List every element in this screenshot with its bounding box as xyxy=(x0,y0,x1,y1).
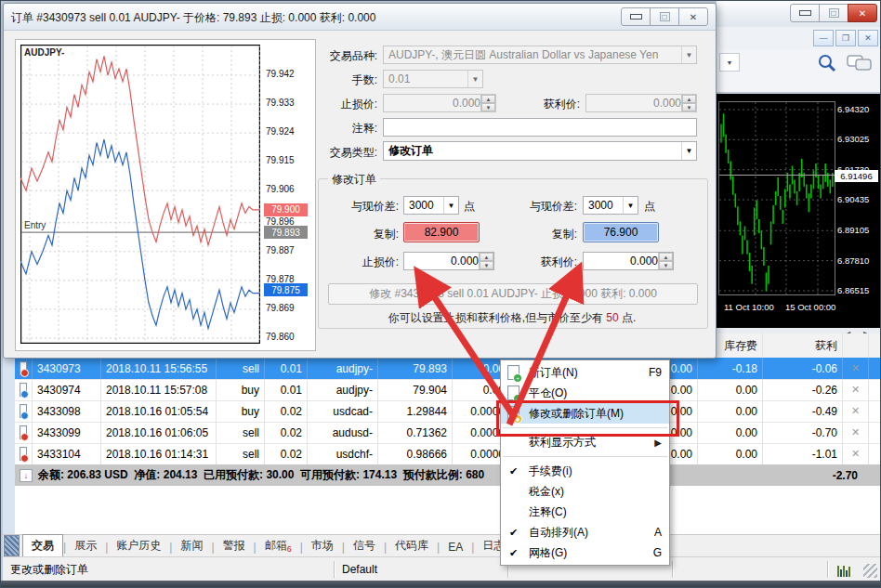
tab-警报[interactable]: 警报 xyxy=(215,535,254,557)
menu-item[interactable]: ✔手续费(i) xyxy=(501,461,669,481)
stoploss-spinner[interactable]: 0.000 ▲▼ xyxy=(383,94,496,112)
cell-x[interactable]: ✕ xyxy=(843,422,869,443)
spinner-buttons[interactable]: ▲▼ xyxy=(681,95,696,111)
status-profile[interactable]: Default xyxy=(335,561,508,578)
cell-price: 79.904 xyxy=(378,379,453,400)
copy-tp-button[interactable]: 76.900 xyxy=(583,222,659,242)
symbol-select[interactable]: AUDJPY-, 澳元日圆 Australian Dollar vs Japan… xyxy=(383,46,697,64)
restore-icon: ❐ xyxy=(842,33,849,43)
table-row[interactable]: 34331042018.10.16 01:14:31sell0.02usdchf… xyxy=(15,443,880,465)
spin-up-icon: ▲ xyxy=(682,95,696,103)
table-row[interactable]: 34309742018.10.11 15:57:08buy0.01audjpy-… xyxy=(15,379,880,401)
symbol-label: 交易品种: xyxy=(247,48,377,64)
main-close-button[interactable]: ✕ xyxy=(848,4,877,22)
main-maximize-button[interactable] xyxy=(819,4,848,22)
close-order-icon[interactable]: ✕ xyxy=(851,448,860,460)
menu-shortcut: G xyxy=(644,546,662,559)
tab-代码库[interactable]: 代码库 xyxy=(387,535,437,557)
table-row[interactable]: 34330982018.10.16 01:05:54buy0.02usdcad-… xyxy=(15,400,880,423)
tab-新闻[interactable]: 新闻 xyxy=(172,535,211,557)
chart-minimize-button[interactable]: — xyxy=(813,30,834,46)
menu-item[interactable]: ✔自动排列(A)A xyxy=(501,522,669,542)
spin-down-icon: ▼ xyxy=(480,261,493,269)
main-minimize-button[interactable] xyxy=(790,4,820,22)
chat-bubbles-icon[interactable] xyxy=(847,54,874,72)
order-doc-icon xyxy=(20,404,27,418)
entry-price-badge: 79.893 xyxy=(264,226,308,239)
price-axis-label: 6.86515 xyxy=(837,285,880,295)
copy-sl-button[interactable]: 82.900 xyxy=(403,222,480,242)
diff-select-right[interactable]: 3000▼ xyxy=(583,196,638,215)
dialog-minimize-button[interactable] xyxy=(621,7,651,26)
diff-label-left: 与现价差: xyxy=(326,199,399,215)
close-order-icon[interactable]: ✕ xyxy=(851,362,860,374)
menu-item[interactable]: ✔网格(G)G xyxy=(501,542,669,563)
window-bottom-edge xyxy=(1,581,881,588)
spinner-buttons[interactable]: ▲▼ xyxy=(479,253,493,269)
menu-item[interactable]: 注释(C) xyxy=(501,502,669,522)
volume-label: 手数: xyxy=(247,72,377,88)
terminal-panel-icon[interactable] xyxy=(4,535,20,556)
tab-邮箱[interactable]: 邮箱6 xyxy=(256,535,300,557)
market-chart-panel[interactable]: 6.943206.930256.917306.904356.891056.878… xyxy=(717,94,880,328)
cell-time: 2018.10.16 01:05:54 xyxy=(101,400,217,422)
cell-type: buy xyxy=(217,400,265,422)
cell-x[interactable]: ✕ xyxy=(843,379,869,400)
tab-EA[interactable]: EA xyxy=(440,538,471,557)
zoom-icon[interactable] xyxy=(817,53,837,73)
close-order-icon[interactable]: ✕ xyxy=(851,384,860,396)
tab-交易[interactable]: 交易 xyxy=(22,534,63,558)
resize-grip[interactable] xyxy=(863,564,877,578)
menu-item[interactable]: +新订单(N)F9 xyxy=(501,362,669,383)
modify-order-button[interactable]: 修改 #3430973 sell 0.01 AUDJPY- 止损: 0.000 … xyxy=(328,283,698,305)
terminal-tabbar: 交易|展示|账户历史|新闻|警报|邮箱6|市场|信号|代码库|EA|日志 xyxy=(3,534,880,557)
menu-item[interactable]: 税金(x) xyxy=(501,481,669,502)
tp-price-spinner[interactable]: 0.000 ▲▼ xyxy=(583,252,674,270)
tab-账户历史[interactable]: 账户历史 xyxy=(108,535,169,557)
price-axis-label: 6.89105 xyxy=(837,225,880,235)
cell-volume: 0.01 xyxy=(265,379,308,400)
takeprofit-spinner[interactable]: 0.000 ▲▼ xyxy=(585,94,697,112)
cell-swap: 0.00 xyxy=(698,400,763,422)
menu-separator xyxy=(503,456,667,457)
close-order-icon[interactable]: ✕ xyxy=(851,405,860,417)
order-doc-icon xyxy=(20,425,27,439)
column-header[interactable] xyxy=(843,333,869,358)
stoploss-label: 止损价: xyxy=(247,97,377,112)
menu-shortcut: A xyxy=(645,526,662,539)
price-axis-label: 6.93025 xyxy=(837,134,880,144)
order-type-select[interactable]: 修改订单▼ xyxy=(383,141,697,161)
volume-select[interactable]: 0.01▼ xyxy=(383,70,483,88)
toolbar-overflow-button[interactable]: ▼ xyxy=(719,53,740,72)
current-price-badge: 6.91496 xyxy=(835,170,878,182)
tab-展示[interactable]: 展示 xyxy=(66,535,105,557)
column-header[interactable]: 获利 xyxy=(763,333,843,358)
cell-x[interactable]: ✕ xyxy=(843,358,869,379)
price-axis-label: 79.887 xyxy=(266,245,312,255)
cell-order: 3430974 xyxy=(33,379,101,400)
cell-x[interactable]: ✕ xyxy=(843,400,869,422)
chart-restore-button[interactable]: ❐ xyxy=(835,30,856,46)
tab-市场[interactable]: 市场 xyxy=(303,535,342,557)
table-row[interactable]: 34330992018.10.16 01:06:05sell0.02audusd… xyxy=(15,422,880,444)
cell-x[interactable]: ✕ xyxy=(843,443,869,464)
summary-row: ↓余额: 206.83 USD 净值: 204.13 已用预付款: 30.00 … xyxy=(15,464,880,486)
chevron-down-icon: ▼ xyxy=(681,46,696,63)
points-label-right: 点 xyxy=(644,199,666,215)
cell-time: 2018.10.11 15:56:55 xyxy=(101,358,217,379)
dialog-titlebar[interactable]: 订单 #3430973 sell 0.01 AUDJPY- 于价格: 79.89… xyxy=(4,4,716,31)
spin-up-icon: ▲ xyxy=(480,253,493,261)
table-row[interactable]: 34309732018.10.11 15:56:55sell0.01audjpy… xyxy=(15,358,880,380)
spinner-buttons[interactable]: ▲▼ xyxy=(480,95,495,111)
diff-select-left[interactable]: 3000▼ xyxy=(403,196,459,215)
cell-profit: -1.01 xyxy=(763,443,843,464)
chart-close-button[interactable]: ✕ xyxy=(858,30,878,46)
order-doc-icon xyxy=(20,361,27,375)
sl-price-spinner[interactable]: 0.000 ▲▼ xyxy=(403,252,494,270)
tab-信号[interactable]: 信号 xyxy=(345,535,384,557)
close-order-icon[interactable]: ✕ xyxy=(851,426,860,438)
dialog-maximize-button[interactable] xyxy=(650,7,679,26)
spinner-buttons[interactable]: ▲▼ xyxy=(658,253,673,269)
dialog-close-button[interactable]: ✕ xyxy=(678,7,708,26)
comment-input[interactable] xyxy=(383,118,697,137)
